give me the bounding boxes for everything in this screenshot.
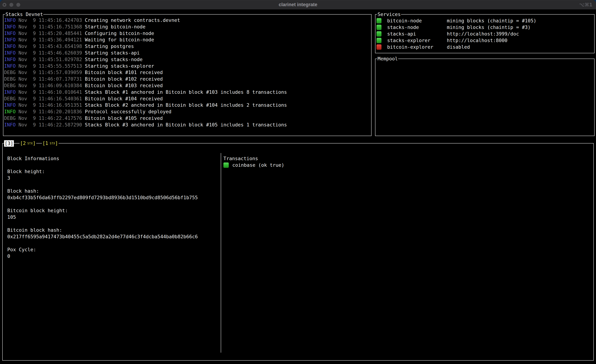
tab-number: 3 (7, 141, 10, 146)
log-message: Starting stacks-node (85, 56, 143, 63)
mempool-panel: Mempool (375, 59, 595, 136)
log-timestamp: Nov 9 11:45:51.029782 (18, 56, 82, 63)
log-level: DEBG (4, 76, 16, 82)
title-bar: clarinet integrate ⌥⌘1 (0, 0, 596, 10)
field-value: 0 (7, 253, 198, 260)
log-level: DEBG (4, 69, 16, 76)
tab-number: 2 (23, 141, 26, 146)
field-label: Pox Cycle: (7, 246, 198, 253)
log-timestamp: Nov 9 11:45:46.626039 (18, 50, 82, 56)
log-message: Starting postgres (85, 43, 134, 50)
tab-bar: [3] [2STX] [1STX] (4, 140, 59, 147)
log-line: INFO Nov 9 11:45:16.751368 Starting bitc… (4, 24, 370, 30)
service-status-icon (377, 31, 381, 37)
service-name: stacks-api (387, 31, 447, 37)
tab-item[interactable]: [3] (4, 140, 14, 147)
tab-close-bracket: ] (55, 141, 58, 146)
log-timestamp: Nov 9 11:46:07.170731 (18, 76, 82, 82)
tab-open-bracket: [ (42, 141, 45, 146)
service-name: bitcoin-explorer (387, 44, 447, 50)
log-level: DEBG (4, 115, 16, 122)
service-status-icon (377, 18, 381, 23)
log-timestamp: Nov 9 11:45:36.494121 (18, 37, 82, 43)
field-label: Block hash: (7, 188, 198, 194)
service-name: stacks-explorer (387, 38, 447, 43)
log-level: INFO (4, 122, 16, 128)
log-level: INFO (4, 24, 16, 30)
terminal-content: Stacks Devnet INFO Nov 9 11:45:16.424703… (0, 10, 596, 364)
tab-close-bracket: ] (10, 141, 13, 146)
terminal-window: clarinet integrate ⌥⌘1 Stacks Devnet INF… (0, 0, 596, 364)
log-message: Bitcoin block #105 received (85, 115, 163, 122)
log-message: Configuring bitcoin-node (85, 30, 154, 37)
log-message: Protocol successfully deployed (85, 109, 171, 115)
field-label: Bitcoin block height: (7, 207, 198, 214)
block-info-field: Block height: 3 (7, 168, 198, 181)
log-message: Bitcoin block #101 received (85, 69, 163, 76)
services-panel-title: Services (377, 11, 401, 18)
log-level: INFO (4, 30, 16, 37)
transaction-status-icon (224, 163, 229, 168)
log-level: INFO (4, 37, 16, 43)
log-timestamp: Nov 9 11:46:22.417576 (18, 115, 82, 122)
log-timestamp: Nov 9 11:46:16.540361 (18, 96, 82, 102)
service-detail: mining blocks (chaintip = #105) (447, 18, 536, 23)
window-title: clarinet integrate (0, 2, 596, 7)
log-message: Starting stacks-api (85, 50, 140, 56)
log-message: Stacks Block #3 anchored in Bitcoin bloc… (85, 122, 287, 128)
log-level: INFO (4, 102, 16, 109)
service-row: bitcoin-node mining blocks (chaintip = #… (375, 17, 594, 24)
log-line: INFO Nov 9 11:45:43.654198 Starting post… (4, 43, 370, 50)
log-timestamp: Nov 9 11:46:22.587290 (18, 122, 82, 128)
tab-item[interactable]: [1STX] (42, 140, 59, 147)
tab-open-bracket: [ (5, 141, 7, 146)
service-row: bitcoin-explorer disabled (375, 44, 594, 50)
log-timestamp: Nov 9 11:45:55.557513 (18, 63, 82, 69)
log-timestamp: Nov 9 11:46:20.201836 (18, 109, 82, 115)
log-line: INFO Nov 9 11:45:55.557513 Starting stac… (4, 63, 370, 69)
block-informations-section: Block Informations Block height: 3 Block… (7, 155, 198, 260)
log-message: Starting stacks-explorer (85, 63, 154, 69)
field-label: Bitcoin block hash: (7, 227, 198, 233)
field-value: 0xb4cf33b5f6da63ffb2297ed809fd7293bd8936… (7, 194, 198, 201)
devnet-log-panel: Stacks Devnet INFO Nov 9 11:45:16.424703… (3, 14, 372, 136)
service-detail: mining blocks (chaintip = #3) (447, 24, 530, 30)
log-level: DEBG (4, 82, 16, 89)
log-timestamp: Nov 9 11:45:43.654198 (18, 43, 82, 50)
log-list[interactable]: INFO Nov 9 11:45:16.424703 Creating netw… (3, 15, 371, 128)
service-status-icon (377, 25, 381, 30)
log-line: INFO Nov 9 11:45:46.626039 Starting stac… (4, 50, 370, 56)
log-message: Bitcoin block #104 received (85, 96, 163, 102)
log-level: INFO (4, 63, 16, 69)
keyboard-shortcut-label: ⌥⌘1 (579, 2, 592, 7)
field-value: 105 (7, 214, 198, 220)
log-line: DEBG Nov 9 11:45:57.039059 Bitcoin block… (4, 69, 370, 76)
log-line: DEBG Nov 9 11:46:07.170731 Bitcoin block… (4, 76, 370, 82)
transaction-label: coinbase (ok true) (232, 162, 284, 168)
block-info-field: Pox Cycle: 0 (7, 246, 198, 260)
service-detail: http://localhost:8000 (447, 38, 507, 43)
log-message: Stacks Block #2 anchored in Bitcoin bloc… (85, 102, 287, 109)
log-line: INFO Nov 9 11:46:10.010641 Stacks Block … (4, 89, 370, 96)
log-line: INFO Nov 9 11:45:20.485441 Configuring b… (4, 30, 370, 37)
log-timestamp: Nov 9 11:46:10.010641 (18, 89, 82, 96)
log-level: INFO (4, 43, 16, 50)
transactions-heading: Transactions (224, 155, 284, 162)
service-name: bitcoin-node (387, 18, 447, 23)
service-status-icon (377, 45, 381, 50)
log-timestamp: Nov 9 11:46:09.610384 (18, 82, 82, 89)
log-line: INFO Nov 9 11:46:20.201836 Protocol succ… (4, 109, 370, 115)
transaction-row[interactable]: coinbase (ok true) (224, 162, 284, 168)
log-line: INFO Nov 9 11:45:36.494121 Waiting for b… (4, 37, 370, 43)
block-info-field: Bitcoin block hash: 0x217ff6595a9417473b… (7, 227, 198, 240)
log-message: Starting bitcoin-node (85, 24, 145, 30)
service-row: stacks-node mining blocks (chaintip = #3… (375, 24, 594, 30)
log-message: Bitcoin block #102 received (85, 76, 163, 82)
field-value: 0x217ff6595a9417473b40455c5a5db282a2d4e7… (7, 233, 198, 240)
block-info-field: Block hash: 0xb4cf33b5f6da63ffb2297ed809… (7, 188, 198, 201)
block-info-field: Bitcoin block height: 105 (7, 207, 198, 220)
service-row: stacks-api http://localhost:3999/doc (375, 30, 594, 37)
log-line: INFO Nov 9 11:45:51.029782 Starting stac… (4, 56, 370, 63)
mempool-panel-title: Mempool (377, 56, 398, 62)
tab-item[interactable]: [2STX] (20, 140, 36, 147)
